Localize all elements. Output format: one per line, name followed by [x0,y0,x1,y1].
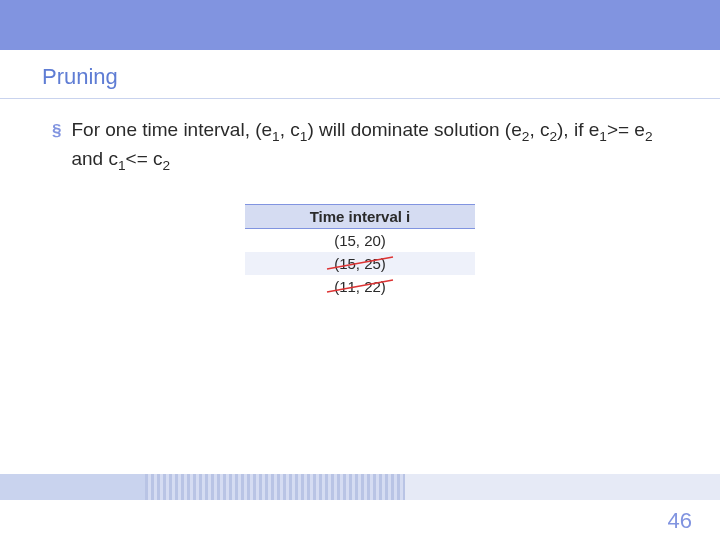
cell: (15, 20) [334,232,386,249]
footer-segment [145,474,405,500]
sub: 2 [549,129,557,144]
slide-number: 46 [668,508,692,534]
cell: (11, 22) [334,278,386,295]
t: and c [71,148,117,169]
footer-segment [0,474,145,500]
slide-title: Pruning [0,50,720,99]
cell: (15, 25) [334,255,386,272]
solutions-table: Time interval i (15, 20) (15, 25) (11, 2… [245,204,475,298]
table-header: Time interval i [245,204,475,229]
bullet-item: § For one time interval, (e1, c1) will d… [52,117,668,176]
table-row: (15, 25) [245,252,475,275]
table-row: (11, 22) [245,275,475,298]
bullet-block: § For one time interval, (e1, c1) will d… [0,117,720,176]
footer-band [0,474,720,500]
footer-segment [405,474,720,500]
bullet-text: For one time interval, (e1, c1) will dom… [71,117,668,176]
sub: 1 [272,129,280,144]
sub: 1 [599,129,607,144]
table-row: (15, 20) [245,229,475,252]
t: >= e [607,119,645,140]
sub: 1 [118,158,126,173]
t: ) will dominate solution (e [307,119,521,140]
t: For one time interval, (e [71,119,272,140]
sub: 2 [163,158,171,173]
sub: 2 [645,129,653,144]
t: <= c [126,148,163,169]
t: , c [280,119,300,140]
t: , c [529,119,549,140]
header-band [0,0,720,50]
bullet-icon: § [52,117,61,144]
t: ), if e [557,119,599,140]
